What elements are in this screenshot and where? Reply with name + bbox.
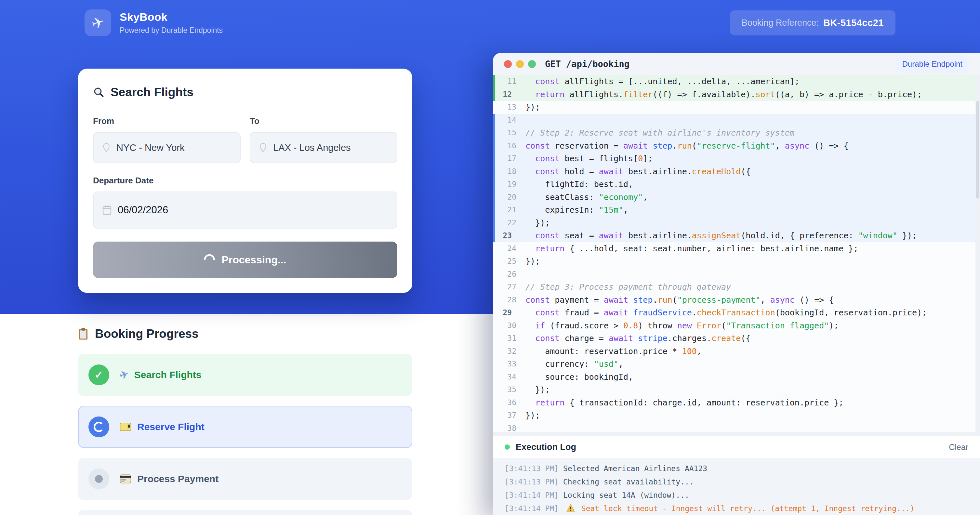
- scrollbar-thumb[interactable]: [976, 101, 979, 199]
- to-label: To: [250, 116, 397, 126]
- progress-step-confirm-booking: Confirm Booking: [78, 510, 412, 515]
- line-number: 22: [495, 216, 516, 229]
- calendar-icon: [102, 205, 112, 215]
- code-line-24: 24 return { ...hold, seat: seat.number, …: [493, 242, 980, 255]
- step-label: Reserve Flight: [120, 421, 205, 432]
- clear-log-button[interactable]: Clear: [949, 442, 968, 452]
- location-pin-icon: [102, 143, 111, 153]
- line-source: expiresIn: "15m",: [516, 203, 628, 216]
- line-source: source: bookingId,: [516, 370, 633, 384]
- window-close-icon: [504, 60, 512, 68]
- token: best.airline.: [623, 167, 692, 176]
- progress-step-process-payment: Process Payment: [78, 458, 412, 500]
- token: fraudService: [633, 308, 692, 317]
- token: async: [785, 141, 809, 151]
- line-number: 32: [495, 345, 516, 358]
- line-source: [516, 114, 525, 127]
- token: run: [677, 141, 692, 151]
- token: await: [604, 295, 628, 305]
- step-label-text: Reserve Flight: [137, 421, 205, 432]
- token: seatClass:: [525, 192, 599, 202]
- date-input[interactable]: 06/02/2026: [93, 191, 397, 229]
- token: const: [535, 231, 560, 240]
- code-line-17: 17 const best = flights[0];: [493, 152, 980, 165]
- step-label-text: Process Payment: [137, 474, 218, 485]
- app-logo: ✈: [84, 10, 111, 36]
- date-value: 06/02/2026: [118, 204, 168, 216]
- date-field-group: Departure Date 06/02/2026: [93, 176, 397, 229]
- line-source: const payment = await step.run("process-…: [516, 294, 834, 307]
- token: });: [525, 411, 540, 420]
- window-controls: [504, 60, 536, 68]
- line-number: 16: [495, 140, 516, 153]
- token: ,: [760, 295, 770, 305]
- token: { ...hold, seat: seat.number, airline: b…: [565, 244, 858, 253]
- code-line-11: 11 const allFlights = [...united, ...del…: [493, 75, 980, 88]
- code-line-31: 31 const charge = await stripe.charges.c…: [493, 332, 980, 345]
- token: const: [535, 77, 560, 86]
- code-line-12: 12 return allFlights.filter((f) => f.ava…: [493, 88, 980, 101]
- location-pin-icon: [259, 143, 267, 153]
- app-header: ✈ SkyBook Powered by Durable Endpoints B…: [0, 0, 980, 46]
- token: [525, 167, 535, 176]
- line-source: return allFlights.filter((f) => f.availa…: [516, 88, 922, 101]
- step-done-check-icon: ✓: [88, 364, 109, 385]
- token: const: [535, 334, 560, 343]
- route-fields: From NYC - New York To: [93, 116, 397, 163]
- from-field-group: From NYC - New York: [93, 116, 240, 163]
- progress-step-search-flights: ✓✈Search Flights: [78, 354, 412, 396]
- token: (hold.id, { preference:: [741, 231, 858, 240]
- token: (: [692, 141, 697, 151]
- token: reservation =: [550, 141, 623, 151]
- code-editor-panel: GET /api/booking Durable Endpoint 11 con…: [493, 53, 980, 515]
- token: step: [652, 141, 672, 151]
- token: return: [535, 244, 565, 253]
- code-line-36: 36 return { transactionId: charge.id, am…: [493, 396, 980, 409]
- token: [525, 308, 535, 317]
- token: "economy": [599, 192, 643, 202]
- token: [525, 398, 535, 407]
- line-source: seatClass: "economy",: [516, 191, 648, 204]
- token: step: [633, 295, 652, 305]
- token: [633, 334, 638, 343]
- token: .: [652, 295, 657, 305]
- token: assignSeat: [692, 231, 741, 240]
- code-line-23: 23 const seat = await best.airline.assig…: [493, 229, 980, 242]
- line-source: });: [516, 409, 540, 422]
- line-number: 19: [495, 178, 516, 191]
- ticket-icon: [120, 423, 131, 431]
- code-line-15: 15// Step 2: Reserve seat with airline's…: [493, 127, 980, 140]
- token: () => {: [795, 295, 834, 305]
- from-input[interactable]: NYC - New York: [93, 132, 240, 163]
- step-active-spinner-icon: [88, 416, 109, 437]
- token: sort: [755, 90, 775, 99]
- airplane-icon: ✈: [120, 369, 129, 381]
- line-number: 35: [495, 383, 516, 396]
- brand: ✈ SkyBook Powered by Durable Endpoints: [84, 10, 223, 36]
- to-input[interactable]: LAX - Los Angeles: [250, 132, 397, 163]
- token: (fraud.score >: [545, 321, 623, 330]
- horizontal-scrollbar[interactable]: [493, 432, 975, 436]
- line-number: 31: [495, 332, 516, 345]
- search-flights-card: Search Flights From NYC - New York To: [78, 68, 412, 293]
- code-line-30: 30 if (fraud.score > 0.8) throw new Erro…: [493, 319, 980, 332]
- line-number: 21: [495, 203, 516, 216]
- line-source: const best = flights[0];: [516, 152, 652, 165]
- line-source: const reservation = await step.run("rese…: [516, 140, 849, 153]
- code-line-21: 21 expiresIn: "15m",: [493, 203, 980, 216]
- search-submit-button[interactable]: Processing...: [93, 242, 397, 278]
- token: ({: [741, 334, 751, 343]
- vertical-scrollbar[interactable]: [975, 75, 980, 436]
- line-number: 15: [495, 127, 516, 140]
- code-line-25: 25});: [493, 255, 980, 268]
- line-number: 18: [495, 165, 516, 178]
- token: "Transaction flagged": [726, 321, 829, 330]
- booking-reference-value: BK-5154cc21: [823, 17, 884, 28]
- line-number: 20: [495, 191, 516, 204]
- code-line-32: 32 amount: reservation.price * 100,: [493, 345, 980, 358]
- code-lines: 11 const allFlights = [...united, ...del…: [493, 75, 980, 436]
- line-number: 14: [495, 114, 516, 127]
- token: [525, 334, 535, 343]
- log-message: Locking seat 14A (window)...: [563, 489, 689, 502]
- to-value: LAX - Los Angeles: [273, 142, 351, 153]
